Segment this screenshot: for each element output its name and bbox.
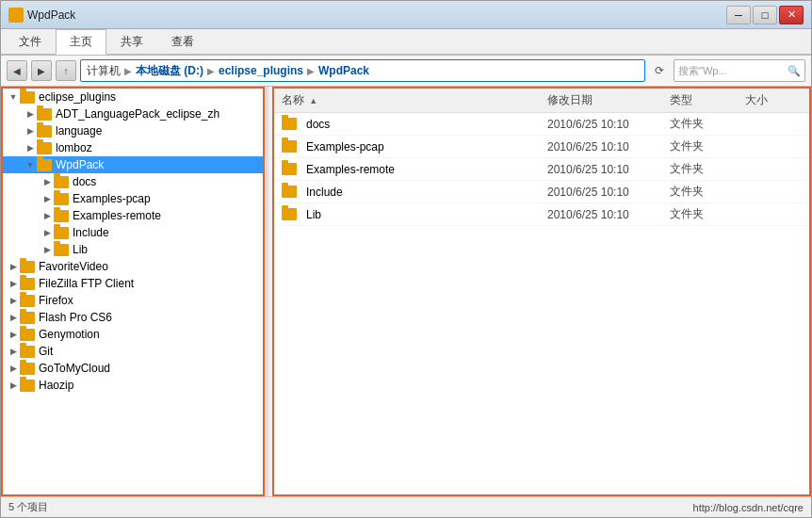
window-icon: [8, 8, 24, 23]
address-box[interactable]: 计算机 ▶ 本地磁盘 (D:) ▶ eclipse_plugins ▶ WpdP…: [80, 59, 645, 82]
tree-label: lomboz: [56, 141, 92, 154]
folder-icon: [54, 210, 69, 222]
tree-label: ADT_LanguagePack_eclipse_zh: [56, 107, 219, 121]
tree-item-lib[interactable]: ▶ Lib: [3, 241, 263, 258]
breadcrumb-computer[interactable]: 计算机: [87, 63, 121, 79]
file-date: 2010/6/25 10:10: [547, 163, 670, 176]
folder-icon: [20, 312, 35, 324]
tree-item-haozip[interactable]: ▶ Haozip: [3, 377, 263, 394]
tab-home[interactable]: 主页: [56, 29, 106, 55]
header-date[interactable]: 修改日期: [547, 92, 670, 108]
file-name-examples-remote: Examples-remote: [282, 163, 547, 176]
tree-item-examples-pcap[interactable]: ▶ Examples-pcap: [3, 190, 263, 207]
expand-icon: ▶: [7, 279, 20, 288]
sort-arrow-icon: ▲: [309, 96, 317, 105]
header-type[interactable]: 类型: [670, 92, 745, 108]
file-row[interactable]: Include 2010/6/25 10:10 文件夹: [274, 181, 809, 203]
tree-label: FavoriteVideo: [39, 260, 108, 273]
breadcrumb-drive[interactable]: 本地磁盘 (D:): [136, 63, 203, 79]
file-row[interactable]: Examples-pcap 2010/6/25 10:10 文件夹: [274, 136, 809, 158]
maximize-button[interactable]: □: [753, 6, 777, 24]
ribbon: 文件 主页 共享 查看: [1, 29, 811, 56]
folder-icon: [37, 142, 52, 154]
expand-icon: ▶: [24, 143, 37, 153]
tree-label: Flash Pro CS6: [39, 311, 112, 324]
expand-icon: ▶: [7, 313, 20, 322]
header-size[interactable]: 大小: [745, 92, 802, 108]
tree-label: GoToMyCloud: [39, 362, 110, 375]
folder-icon: [54, 244, 69, 256]
tree-label: Genymotion: [39, 328, 100, 341]
address-bar: ◀ ▶ ↑ 计算机 ▶ 本地磁盘 (D:) ▶ eclipse_plugins …: [1, 56, 811, 87]
tab-file[interactable]: 文件: [5, 29, 56, 54]
file-row[interactable]: docs 2010/6/25 10:10 文件夹: [274, 113, 809, 136]
tree-label: Examples-pcap: [73, 192, 151, 205]
back-button[interactable]: ◀: [7, 60, 27, 81]
tree-item-docs[interactable]: ▶ docs: [3, 173, 263, 190]
splitter[interactable]: [265, 87, 268, 496]
tree-label: language: [56, 124, 102, 138]
expand-icon: ▶: [7, 262, 20, 271]
file-row[interactable]: Lib 2010/6/25 10:10 文件夹: [274, 203, 809, 226]
tree-item-adt[interactable]: ▶ ADT_LanguagePack_eclipse_zh: [3, 105, 263, 122]
folder-icon: [54, 193, 69, 205]
expand-icon: ▶: [24, 126, 37, 136]
tree-label: Git: [39, 345, 53, 358]
tree-item-eclipse-plugins[interactable]: ▼ eclipse_plugins: [3, 89, 263, 105]
refresh-button[interactable]: ⟳: [649, 60, 670, 81]
tree-label: docs: [73, 175, 96, 188]
folder-icon: [20, 91, 35, 104]
minimize-button[interactable]: ─: [726, 6, 751, 24]
breadcrumb-eclipse-plugins[interactable]: eclipse_plugins: [219, 64, 303, 77]
file-date: 2010/6/25 10:10: [547, 140, 670, 154]
search-placeholder: 搜索"Wp...: [678, 64, 727, 78]
folder-icon: [20, 363, 35, 375]
folder-icon: [20, 380, 35, 392]
title-bar-left: WpdPack: [8, 8, 75, 23]
folder-icon: [37, 125, 52, 138]
tree-label: eclipse_plugins: [39, 90, 116, 104]
tree-item-language[interactable]: ▶ language: [3, 122, 263, 139]
expand-icon: ▶: [7, 347, 20, 356]
tree-label: Haozip: [39, 379, 73, 392]
tree-item-genymotion[interactable]: ▶ Genymotion: [3, 326, 263, 343]
tree-item-filezilla[interactable]: ▶ FileZilla FTP Client: [3, 275, 263, 292]
tree-item-favoritevideo[interactable]: ▶ FavoriteVideo: [3, 258, 263, 275]
item-count: 5 个项目: [8, 500, 48, 514]
expand-icon: ▶: [41, 194, 54, 203]
file-type: 文件夹: [670, 206, 745, 222]
tree-item-firefox[interactable]: ▶ Firefox: [3, 292, 263, 309]
folder-icon: [282, 186, 297, 198]
folder-icon: [54, 176, 69, 188]
up-button[interactable]: ↑: [56, 60, 76, 81]
sep-3: ▶: [307, 66, 315, 76]
expand-icon: ▼: [24, 160, 37, 170]
tree-label: Examples-remote: [73, 209, 161, 222]
sep-1: ▶: [124, 66, 132, 76]
folder-icon: [282, 118, 297, 130]
tree-item-examples-remote[interactable]: ▶ Examples-remote: [3, 207, 263, 224]
tree-item-lomboz[interactable]: ▶ lomboz: [3, 139, 263, 156]
title-bar-controls: ─ □ ✕: [726, 6, 804, 24]
tree-item-include[interactable]: ▶ Include: [3, 224, 263, 241]
file-type: 文件夹: [670, 161, 745, 177]
tab-view[interactable]: 查看: [157, 29, 208, 54]
window: WpdPack ─ □ ✕ 文件 主页 共享 查看 ◀ ▶ ↑ 计算机 ▶ 本地…: [0, 0, 812, 518]
expand-icon: ▶: [41, 177, 54, 186]
tree-item-wpdpack[interactable]: ▼ WpdPack: [3, 156, 263, 173]
breadcrumb-wpdpack[interactable]: WpdPack: [318, 64, 369, 77]
forward-button[interactable]: ▶: [31, 60, 52, 81]
header-name[interactable]: 名称 ▲: [282, 92, 547, 108]
folder-icon: [20, 346, 35, 358]
tree-item-gotomycloud[interactable]: ▶ GoToMyCloud: [3, 360, 263, 377]
title-bar: WpdPack ─ □ ✕: [1, 1, 811, 29]
expand-icon: ▶: [7, 330, 20, 339]
tree-label: Lib: [73, 243, 88, 256]
file-row[interactable]: Examples-remote 2010/6/25 10:10 文件夹: [274, 158, 809, 181]
tree-item-git[interactable]: ▶ Git: [3, 343, 263, 360]
tab-share[interactable]: 共享: [106, 29, 157, 54]
tree-item-flashpro[interactable]: ▶ Flash Pro CS6: [3, 309, 263, 326]
close-button[interactable]: ✕: [779, 6, 804, 24]
search-box[interactable]: 搜索"Wp... 🔍: [674, 59, 805, 82]
expand-icon: ▶: [7, 380, 20, 390]
